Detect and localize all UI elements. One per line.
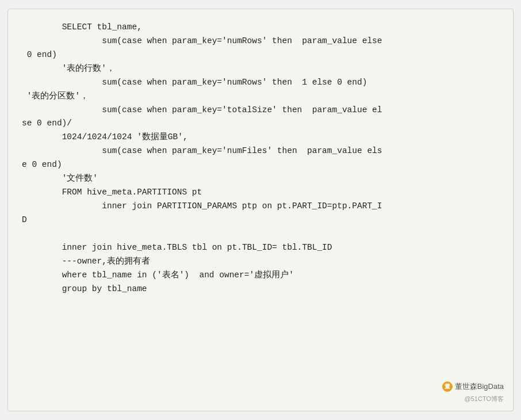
watermark-top: 董 董世森BigData <box>442 380 504 392</box>
code-container: SELECT tbl_name, sum(case when param_key… <box>7 9 514 411</box>
watermark-name: 董世森BigData <box>455 380 504 392</box>
watermark: 董 董世森BigData @51CTO博客 <box>442 380 504 404</box>
code-content: SELECT tbl_name, sum(case when param_key… <box>22 21 499 296</box>
watermark-sub: @51CTO博客 <box>465 394 504 404</box>
watermark-icon: 董 <box>442 381 453 392</box>
